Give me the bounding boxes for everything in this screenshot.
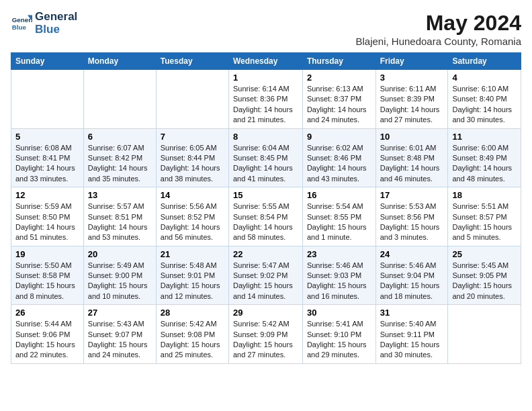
- svg-text:General: General: [12, 16, 32, 24]
- day-cell: 14Sunrise: 5:56 AM Sunset: 8:52 PM Dayli…: [156, 187, 228, 246]
- day-cell: [83, 70, 156, 129]
- day-number: 14: [161, 190, 224, 200]
- day-number: 2: [307, 73, 371, 83]
- day-info: Sunrise: 5:51 AM Sunset: 8:57 PM Dayligh…: [452, 201, 517, 243]
- day-number: 29: [233, 308, 298, 318]
- day-cell: 11Sunrise: 6:00 AM Sunset: 8:49 PM Dayli…: [448, 128, 521, 187]
- day-info: Sunrise: 6:02 AM Sunset: 8:46 PM Dayligh…: [307, 143, 371, 185]
- day-cell: 8Sunrise: 6:04 AM Sunset: 8:45 PM Daylig…: [228, 128, 302, 187]
- day-cell: 20Sunrise: 5:49 AM Sunset: 9:00 PM Dayli…: [83, 246, 156, 305]
- day-info: Sunrise: 5:47 AM Sunset: 9:02 PM Dayligh…: [233, 261, 298, 302]
- day-cell: 25Sunrise: 5:45 AM Sunset: 9:05 PM Dayli…: [448, 246, 521, 305]
- day-info: Sunrise: 6:08 AM Sunset: 8:41 PM Dayligh…: [15, 143, 79, 185]
- day-number: 5: [15, 132, 79, 142]
- day-number: 4: [452, 73, 517, 83]
- logo-general: General: [35, 11, 77, 24]
- week-row-3: 12Sunrise: 5:59 AM Sunset: 8:50 PM Dayli…: [11, 187, 521, 246]
- day-cell: 27Sunrise: 5:43 AM Sunset: 9:07 PM Dayli…: [83, 305, 156, 364]
- day-cell: 23Sunrise: 5:46 AM Sunset: 9:03 PM Dayli…: [302, 246, 375, 305]
- header-day-tuesday: Tuesday: [156, 53, 228, 70]
- day-info: Sunrise: 5:42 AM Sunset: 9:08 PM Dayligh…: [161, 319, 224, 361]
- day-info: Sunrise: 6:14 AM Sunset: 8:36 PM Dayligh…: [233, 84, 298, 126]
- day-number: 15: [233, 190, 298, 200]
- day-info: Sunrise: 6:04 AM Sunset: 8:45 PM Dayligh…: [233, 143, 298, 185]
- day-info: Sunrise: 5:57 AM Sunset: 8:51 PM Dayligh…: [88, 201, 152, 243]
- calendar-table: SundayMondayTuesdayWednesdayThursdayFrid…: [11, 52, 521, 364]
- day-number: 31: [380, 308, 444, 318]
- logo-icon: General Blue: [11, 13, 32, 34]
- day-cell: 17Sunrise: 5:53 AM Sunset: 8:56 PM Dayli…: [375, 187, 448, 246]
- day-number: 6: [88, 132, 152, 142]
- day-info: Sunrise: 6:11 AM Sunset: 8:39 PM Dayligh…: [380, 84, 444, 126]
- day-info: Sunrise: 5:56 AM Sunset: 8:52 PM Dayligh…: [161, 201, 224, 243]
- day-number: 28: [161, 308, 224, 318]
- day-info: Sunrise: 6:00 AM Sunset: 8:49 PM Dayligh…: [452, 143, 517, 185]
- day-info: Sunrise: 6:10 AM Sunset: 8:40 PM Dayligh…: [452, 84, 517, 126]
- header-row: SundayMondayTuesdayWednesdayThursdayFrid…: [11, 53, 521, 70]
- day-cell: 15Sunrise: 5:55 AM Sunset: 8:54 PM Dayli…: [228, 187, 302, 246]
- logo-blue: Blue: [35, 24, 77, 36]
- week-row-5: 26Sunrise: 5:44 AM Sunset: 9:06 PM Dayli…: [11, 305, 521, 364]
- day-number: 18: [452, 190, 517, 200]
- day-cell: 24Sunrise: 5:46 AM Sunset: 9:04 PM Dayli…: [375, 246, 448, 305]
- header-day-monday: Monday: [83, 53, 156, 70]
- day-cell: [448, 305, 521, 364]
- day-cell: 13Sunrise: 5:57 AM Sunset: 8:51 PM Dayli…: [83, 187, 156, 246]
- title-block: May 2024 Blajeni, Hunedoara County, Roma…: [355, 11, 521, 47]
- day-number: 16: [307, 190, 371, 200]
- day-info: Sunrise: 5:48 AM Sunset: 9:01 PM Dayligh…: [161, 261, 224, 302]
- week-row-4: 19Sunrise: 5:50 AM Sunset: 8:58 PM Dayli…: [11, 246, 521, 305]
- day-info: Sunrise: 5:45 AM Sunset: 9:05 PM Dayligh…: [452, 261, 517, 302]
- day-number: 3: [380, 73, 444, 83]
- day-number: 11: [452, 132, 517, 142]
- day-number: 10: [380, 132, 444, 142]
- week-row-2: 5Sunrise: 6:08 AM Sunset: 8:41 PM Daylig…: [11, 128, 521, 187]
- day-info: Sunrise: 5:46 AM Sunset: 9:03 PM Dayligh…: [307, 261, 371, 302]
- month-title: May 2024: [355, 11, 521, 36]
- day-number: 9: [307, 132, 371, 142]
- day-info: Sunrise: 5:40 AM Sunset: 9:11 PM Dayligh…: [380, 319, 444, 361]
- day-number: 17: [380, 190, 444, 200]
- day-cell: 19Sunrise: 5:50 AM Sunset: 8:58 PM Dayli…: [11, 246, 84, 305]
- week-row-1: 1Sunrise: 6:14 AM Sunset: 8:36 PM Daylig…: [11, 70, 521, 129]
- day-info: Sunrise: 6:13 AM Sunset: 8:37 PM Dayligh…: [307, 84, 371, 126]
- day-cell: 3Sunrise: 6:11 AM Sunset: 8:39 PM Daylig…: [375, 70, 448, 129]
- day-info: Sunrise: 5:46 AM Sunset: 9:04 PM Dayligh…: [380, 261, 444, 302]
- day-number: 13: [88, 190, 152, 200]
- header-day-saturday: Saturday: [448, 53, 521, 70]
- day-number: 24: [380, 249, 444, 259]
- header-day-sunday: Sunday: [11, 53, 84, 70]
- day-cell: 30Sunrise: 5:41 AM Sunset: 9:10 PM Dayli…: [302, 305, 375, 364]
- day-cell: 4Sunrise: 6:10 AM Sunset: 8:40 PM Daylig…: [448, 70, 521, 129]
- day-cell: 18Sunrise: 5:51 AM Sunset: 8:57 PM Dayli…: [448, 187, 521, 246]
- day-info: Sunrise: 5:43 AM Sunset: 9:07 PM Dayligh…: [88, 319, 152, 361]
- day-cell: 22Sunrise: 5:47 AM Sunset: 9:02 PM Dayli…: [228, 246, 302, 305]
- day-cell: 7Sunrise: 6:05 AM Sunset: 8:44 PM Daylig…: [156, 128, 228, 187]
- day-cell: 29Sunrise: 5:42 AM Sunset: 9:09 PM Dayli…: [228, 305, 302, 364]
- day-info: Sunrise: 5:49 AM Sunset: 9:00 PM Dayligh…: [88, 261, 152, 302]
- logo: General Blue General Blue: [11, 11, 77, 36]
- day-number: 19: [15, 249, 79, 259]
- day-info: Sunrise: 6:01 AM Sunset: 8:48 PM Dayligh…: [380, 143, 444, 185]
- day-cell: 21Sunrise: 5:48 AM Sunset: 9:01 PM Dayli…: [156, 246, 228, 305]
- day-number: 30: [307, 308, 371, 318]
- day-number: 25: [452, 249, 517, 259]
- day-info: Sunrise: 6:05 AM Sunset: 8:44 PM Dayligh…: [161, 143, 224, 185]
- day-cell: 16Sunrise: 5:54 AM Sunset: 8:55 PM Dayli…: [302, 187, 375, 246]
- day-number: 27: [88, 308, 152, 318]
- day-info: Sunrise: 5:53 AM Sunset: 8:56 PM Dayligh…: [380, 201, 444, 243]
- day-number: 21: [161, 249, 224, 259]
- header-day-thursday: Thursday: [302, 53, 375, 70]
- svg-text:Blue: Blue: [12, 24, 27, 31]
- day-number: 23: [307, 249, 371, 259]
- day-cell: 10Sunrise: 6:01 AM Sunset: 8:48 PM Dayli…: [375, 128, 448, 187]
- day-cell: 12Sunrise: 5:59 AM Sunset: 8:50 PM Dayli…: [11, 187, 84, 246]
- day-number: 7: [161, 132, 224, 142]
- day-cell: 26Sunrise: 5:44 AM Sunset: 9:06 PM Dayli…: [11, 305, 84, 364]
- header-day-friday: Friday: [375, 53, 448, 70]
- day-number: 20: [88, 249, 152, 259]
- day-cell: 1Sunrise: 6:14 AM Sunset: 8:36 PM Daylig…: [228, 70, 302, 129]
- day-cell: [11, 70, 84, 129]
- day-cell: 9Sunrise: 6:02 AM Sunset: 8:46 PM Daylig…: [302, 128, 375, 187]
- day-cell: 5Sunrise: 6:08 AM Sunset: 8:41 PM Daylig…: [11, 128, 84, 187]
